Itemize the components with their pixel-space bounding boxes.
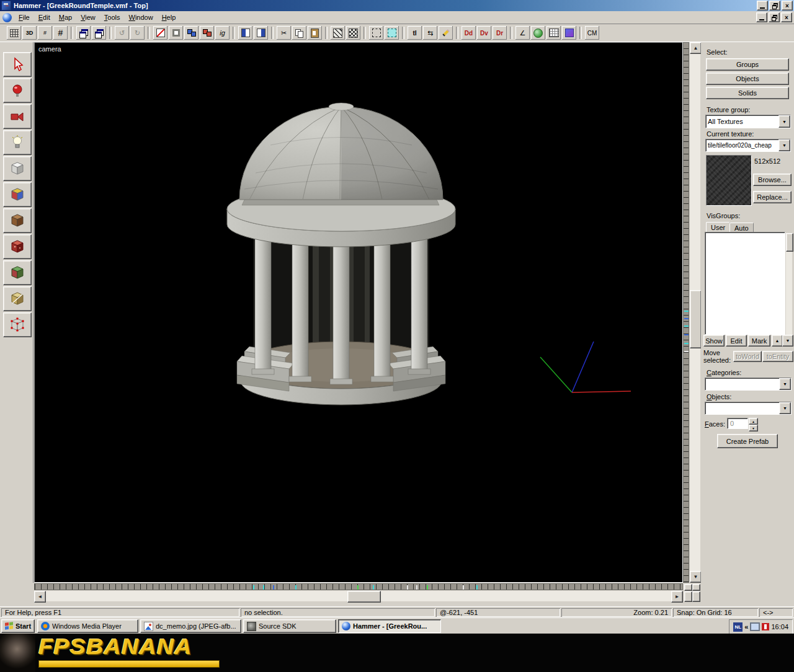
categories-dropdown[interactable]: ▼	[705, 378, 792, 391]
viewport-3d[interactable]: camera	[34, 42, 683, 583]
visgroup-edit-button[interactable]: Edit	[726, 335, 747, 347]
cut-button[interactable]: ✂	[277, 26, 291, 40]
group-button[interactable]	[184, 26, 198, 40]
menu-map[interactable]: Map	[55, 12, 76, 23]
carve-button[interactable]	[153, 26, 167, 40]
visgroup-show-button[interactable]: Show	[703, 335, 725, 347]
detail-render-button[interactable]	[546, 26, 561, 40]
model-render-button[interactable]	[531, 26, 545, 40]
scroll-down-button[interactable]: ▼	[690, 571, 702, 583]
alert-tray-icon[interactable]	[762, 623, 769, 630]
menu-file[interactable]: File	[14, 12, 34, 23]
tab-user[interactable]: User	[706, 222, 730, 232]
move-down-button[interactable]: ▼	[782, 335, 793, 347]
scroll-right-button[interactable]: ►	[671, 591, 683, 603]
scroll-left-button[interactable]: ◄	[34, 591, 46, 603]
taskbar-button-source-sdk[interactable]: Source SDK	[243, 619, 336, 633]
vertical-scroll-thumb[interactable]	[690, 290, 702, 348]
replace-button[interactable]: Replace...	[753, 191, 792, 203]
start-button[interactable]: Start	[1, 619, 35, 633]
create-prefab-button[interactable]: Create Prefab	[717, 434, 778, 448]
fade-preview-button[interactable]: ∠	[515, 26, 530, 40]
horizontal-scroll-thumb[interactable]	[347, 591, 381, 603]
helper-dr-button[interactable]: Dr	[493, 26, 507, 40]
menu-edit[interactable]: Edit	[34, 12, 55, 23]
make-hollow-button[interactable]	[169, 26, 183, 40]
faces-spinner-down[interactable]: ▼	[749, 425, 758, 431]
select-groups-button[interactable]: Groups	[706, 58, 789, 71]
display-tray-icon[interactable]	[750, 622, 760, 631]
tab-auto[interactable]: Auto	[729, 223, 754, 232]
smaller-grid-button[interactable]: #	[38, 26, 52, 40]
toggle-3d-grid-button[interactable]: 3D	[22, 26, 37, 40]
visgroups-scrollbar[interactable]	[786, 233, 792, 345]
visgroups-listbox[interactable]	[705, 232, 785, 335]
menu-tools[interactable]: Tools	[100, 12, 125, 23]
magnify-tool-button[interactable]	[3, 78, 32, 103]
block-tool-button[interactable]	[3, 156, 32, 181]
scroll-up-button[interactable]: ▲	[690, 42, 702, 54]
redo-button[interactable]: ↻	[130, 26, 145, 40]
viewport-vertical-scrollbar[interactable]: ▲ ▼	[690, 42, 700, 583]
minimize-button[interactable]	[757, 1, 768, 11]
language-indicator[interactable]: NL	[733, 622, 743, 632]
hide-unselected-button[interactable]	[254, 26, 268, 40]
entity-tool-button[interactable]	[3, 130, 32, 155]
clipping-tool-button[interactable]	[3, 286, 32, 311]
visgroups-scroll-thumb[interactable]	[786, 233, 793, 252]
move-up-button[interactable]: ▲	[772, 335, 783, 347]
vertex-tool-button[interactable]	[3, 312, 32, 337]
select-touching-button[interactable]	[369, 26, 383, 40]
ungroup-button[interactable]	[200, 26, 214, 40]
tray-chevron-button[interactable]: «	[744, 623, 748, 630]
current-texture-dropdown-arrow[interactable]: ▼	[778, 139, 790, 151]
toggle-grid-button[interactable]	[7, 26, 21, 40]
objects-dropdown-arrow[interactable]: ▼	[779, 402, 791, 414]
cordon-edit-button[interactable]	[346, 26, 360, 40]
apply-current-texture-tool-button[interactable]	[3, 208, 32, 233]
browse-button[interactable]: Browse...	[753, 174, 792, 186]
select-objects-button[interactable]: Objects	[706, 73, 789, 85]
menu-view[interactable]: View	[76, 12, 100, 23]
mdi-close-button[interactable]: ×	[781, 12, 792, 22]
copy-button[interactable]	[292, 26, 306, 40]
objects-dropdown[interactable]: ▼	[705, 402, 792, 415]
select-solids-button[interactable]: Solids	[706, 87, 789, 99]
viewport-horizontal-scrollbar[interactable]: ◄ ►	[34, 591, 683, 601]
visgroup-mark-button[interactable]: Mark	[748, 335, 770, 347]
selection-tool-button[interactable]	[3, 52, 32, 77]
larger-grid-button[interactable]: #	[53, 26, 68, 40]
cm-button[interactable]: CM	[585, 26, 599, 40]
apply-decals-tool-button[interactable]	[3, 234, 32, 259]
close-button[interactable]: ×	[782, 1, 793, 11]
paste-button[interactable]	[308, 26, 322, 40]
taskbar-button-wmp[interactable]: Windows Media Player	[37, 619, 138, 633]
texture-scale-lock-button[interactable]: ⇆	[423, 26, 437, 40]
faces-spinner-up[interactable]: ▲	[749, 418, 758, 425]
save-window-state-button[interactable]	[92, 26, 106, 40]
cordon-button[interactable]	[331, 26, 345, 40]
restore-button[interactable]	[769, 1, 780, 11]
mdi-minimize-button[interactable]	[756, 12, 767, 22]
helper-dv-button[interactable]: Dv	[477, 26, 491, 40]
menu-window[interactable]: Window	[124, 12, 157, 23]
faces-input[interactable]: 0	[727, 418, 748, 429]
ignore-groups-button[interactable]: ig	[215, 26, 230, 40]
texture-group-dropdown-arrow[interactable]: ▼	[778, 115, 790, 128]
current-texture-dropdown[interactable]: tile/tilefloor020a_cheap ▼	[705, 139, 791, 152]
camera-tool-button[interactable]	[3, 104, 32, 129]
toworld-button[interactable]: toWorld	[733, 351, 762, 362]
texture-application-tool-button[interactable]	[3, 182, 32, 207]
undo-button[interactable]: ↺	[115, 26, 129, 40]
menu-help[interactable]: Help	[158, 12, 181, 23]
load-window-state-button[interactable]	[76, 26, 91, 40]
mdi-restore-button[interactable]	[769, 12, 780, 22]
helper-dd-button[interactable]: Dd	[462, 26, 476, 40]
blend-polygons-button[interactable]	[562, 26, 576, 40]
document-icon[interactable]	[2, 13, 12, 22]
taskbar-button-image-viewer[interactable]: dc_memo.jpg (JPEG-afb...	[140, 619, 241, 633]
categories-dropdown-arrow[interactable]: ▼	[779, 378, 791, 390]
overlay-tool-button[interactable]	[3, 260, 32, 285]
select-enclosed-button[interactable]	[385, 26, 399, 40]
toentity-button[interactable]: toEntity	[762, 351, 793, 362]
